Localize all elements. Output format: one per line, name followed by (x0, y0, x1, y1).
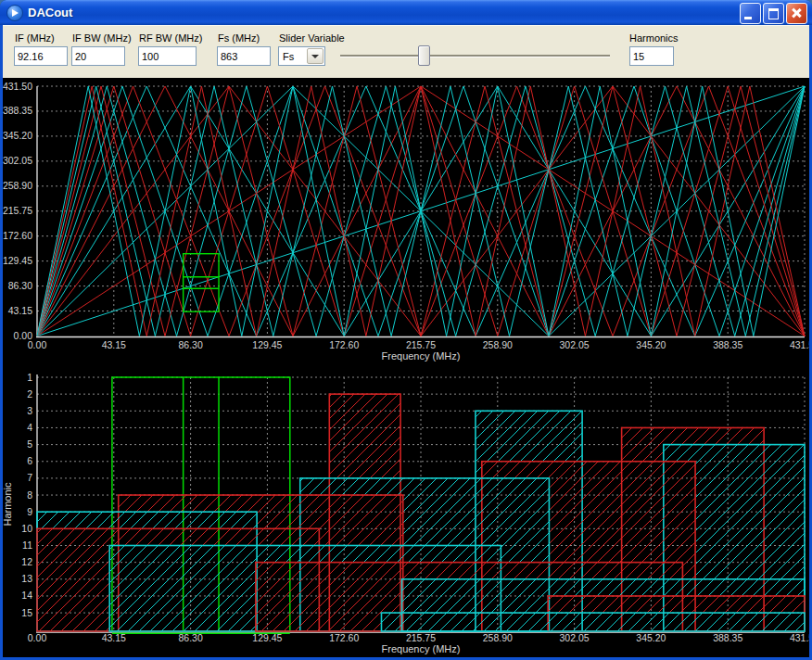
x-tick-label: 0.00 (28, 632, 47, 643)
x-tick-label: 0.00 (28, 339, 47, 350)
minimize-button[interactable] (740, 3, 761, 24)
x-tick-label: 431.50 (790, 339, 809, 350)
fs-input[interactable] (217, 46, 271, 66)
app-window: DACout IF (MHz) IF BW (MHz) RF BW (MHz) … (0, 0, 812, 660)
charts-canvas: 0.0043.1586.30129.45172.60215.75258.9030… (3, 78, 809, 657)
harmonic-tick-label: 11 (22, 539, 32, 551)
x-tick-label: 302.05 (560, 339, 590, 350)
ifbw-input[interactable] (71, 46, 125, 66)
slider-variable-label: Slider Variable (279, 32, 345, 44)
window-title: DACout (28, 6, 72, 19)
titlebar[interactable]: DACout (0, 0, 812, 25)
y-tick-label: 215.75 (3, 205, 32, 216)
fs-label: Fs (MHz) (218, 32, 260, 44)
harmonic-tick-label: 1 (27, 372, 32, 383)
y-tick-label: 431.50 (3, 81, 32, 92)
if-input[interactable] (14, 46, 68, 66)
x-tick-label: 43.15 (102, 339, 126, 350)
x-tick-label: 215.75 (406, 339, 436, 350)
close-icon (787, 4, 806, 23)
x-tick-label: 302.05 (560, 632, 590, 643)
harmonic-tick-label: 5 (27, 438, 32, 450)
x-tick-label: 258.90 (483, 632, 513, 643)
x-tick-label: 215.75 (406, 632, 436, 643)
x-tick-label: 86.30 (178, 339, 202, 350)
maximize-button[interactable] (763, 3, 784, 24)
harmonic-tick-label: 14 (21, 590, 32, 601)
y-tick-label: 129.45 (3, 255, 32, 266)
bottom-chart (36, 374, 805, 633)
slider-track[interactable] (340, 55, 610, 57)
rfbw-label: RF BW (MHz) (139, 32, 202, 44)
harmonic-tick-label: 7 (27, 472, 32, 483)
y-tick-label: 388.35 (3, 105, 32, 116)
slider-thumb[interactable] (418, 45, 430, 66)
app-icon (6, 5, 23, 21)
slider-variable-value: Fs (279, 51, 306, 62)
harmonic-tick-label: 2 (27, 388, 32, 400)
x-tick-label: 43.15 (102, 632, 126, 643)
x-tick-label: 129.45 (252, 339, 282, 350)
y-tick-label: 43.15 (8, 305, 32, 316)
y-tick-label: 258.90 (3, 180, 32, 191)
x-tick-label: 388.35 (713, 339, 742, 350)
maximize-icon (768, 8, 779, 19)
x-tick-label: 345.20 (636, 632, 666, 643)
x-tick-label: 345.20 (636, 339, 666, 350)
chevron-down-icon[interactable] (307, 48, 324, 64)
harmonic-tick-label: 3 (27, 405, 32, 416)
x-tick-label: 86.30 (178, 632, 202, 643)
x-axis-title: Frequency (MHz) (382, 643, 461, 654)
x-axis-title: Frequency (MHz) (382, 350, 461, 362)
play-icon (12, 9, 19, 17)
slider-variable-select[interactable]: Fs (278, 46, 325, 66)
toolbar: IF (MHz) IF BW (MHz) RF BW (MHz) Fs (MHz… (3, 25, 809, 79)
harmonic-tick-label: 15 (21, 607, 32, 618)
harmonic-tick-label: 13 (21, 573, 32, 584)
harmonic-tick-label: 4 (27, 422, 32, 433)
x-tick-label: 172.60 (329, 632, 359, 643)
x-tick-label: 258.90 (483, 339, 513, 350)
close-button[interactable] (786, 3, 807, 24)
top-chart (36, 86, 805, 337)
y-tick-label: 345.20 (3, 130, 32, 141)
harmonic-tick-label: 6 (27, 455, 32, 466)
ifbw-label: IF BW (MHz) (72, 32, 132, 44)
harmonic-band-15 (381, 613, 805, 631)
harmonics-label: Harmonics (629, 32, 679, 44)
harmonics-input[interactable] (629, 46, 674, 66)
x-tick-label: 129.45 (252, 632, 282, 643)
x-tick-label: 172.60 (329, 339, 359, 350)
harmonic-tick-label: 10 (21, 523, 32, 534)
y-axis-title: Harmonic (3, 482, 13, 527)
harmonic-tick-label: 9 (27, 506, 32, 517)
x-tick-label: 431.50 (790, 632, 809, 643)
rfbw-input[interactable] (138, 46, 197, 66)
client-area: 0.0043.1586.30129.45172.60215.75258.9030… (3, 78, 809, 657)
x-tick-label: 388.35 (713, 632, 742, 643)
harmonic-tick-label: 8 (27, 489, 32, 501)
if-label: IF (MHz) (15, 32, 55, 44)
harmonic-tick-label: 12 (21, 556, 32, 567)
y-tick-label: 86.30 (8, 280, 32, 291)
y-tick-label: 172.60 (3, 230, 32, 241)
minimize-icon (744, 17, 752, 19)
y-tick-label: 302.05 (3, 155, 32, 166)
